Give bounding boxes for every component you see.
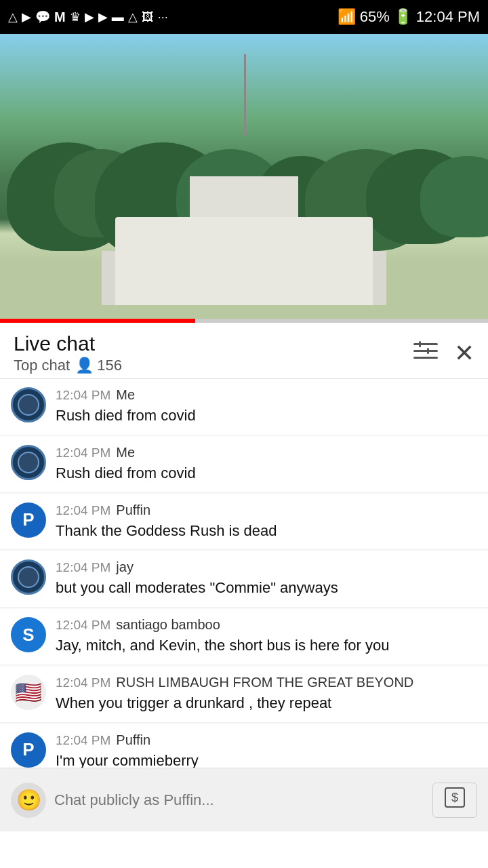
message-time: 12:04 PM — [56, 388, 110, 403]
message-content: 12:04 PM Me Rush died from covid — [56, 387, 477, 427]
message-meta: 12:04 PM RUSH LIMBAUGH FROM THE GREAT BE… — [56, 675, 477, 690]
message-content: 12:04 PM santiago bamboo Jay, mitch, and… — [56, 617, 477, 656]
emoji-button[interactable]: 🙂 — [11, 783, 46, 818]
message-author: Puffin — [116, 732, 150, 748]
svg-rect-1 — [413, 350, 438, 352]
message-content: 12:04 PM RUSH LIMBAUGH FROM THE GREAT BE… — [56, 675, 477, 714]
message-text: When you trigger a drunkard , they repea… — [56, 693, 477, 714]
svg-text:$: $ — [451, 791, 458, 804]
message-meta: 12:04 PM santiago bamboo — [56, 617, 477, 633]
list-item: 12:04 PM Me Rush died from covid — [0, 379, 488, 435]
svg-rect-0 — [413, 343, 438, 345]
message-time: 12:04 PM — [56, 618, 110, 633]
warning-icon: △ — [8, 9, 18, 24]
play2-icon: ▶ — [85, 9, 94, 24]
svg-rect-3 — [419, 341, 421, 347]
close-button[interactable]: ✕ — [454, 339, 474, 368]
livechat-container: Live chat Top chat 👤 156 — [0, 323, 488, 831]
viewer-number: 156 — [97, 357, 122, 374]
play3-icon: ▶ — [98, 9, 108, 24]
list-item: 12:04 PM Me Rush died from covid — [0, 437, 488, 493]
message-author: jay — [116, 559, 134, 575]
message-text: Rush died from covid — [56, 406, 477, 427]
folder-icon: ▬ — [112, 10, 124, 24]
status-bar: △ ▶ 💬 M ♛ ▶ ▶ ▬ △ 🖼 ··· 📶 65% 🔋 12:04 PM — [0, 0, 488, 34]
message-text: Jay, mitch, and Kevin, the short bus is … — [56, 635, 477, 656]
filter-button[interactable] — [413, 340, 438, 367]
message-author: Me — [116, 387, 135, 403]
m-icon: M — [54, 9, 66, 25]
messages-list[interactable]: 12:04 PM Me Rush died from covid 12:04 P… — [0, 379, 488, 831]
message-time: 12:04 PM — [56, 560, 110, 575]
list-item: 12:04 PM jay but you call moderates "Com… — [0, 551, 488, 608]
send-icon: $ — [444, 787, 466, 813]
wifi-icon: 📶 — [338, 8, 356, 26]
play-icon: ▶ — [22, 9, 31, 24]
message-content: 12:04 PM Me Rush died from covid — [56, 445, 477, 484]
topchat-label: Top chat — [14, 357, 70, 374]
list-item: S 12:04 PM santiago bamboo Jay, mitch, a… — [0, 609, 488, 665]
livechat-header: Live chat Top chat 👤 156 — [0, 323, 488, 379]
message-time: 12:04 PM — [56, 733, 110, 748]
image-icon: 🖼 — [142, 10, 154, 24]
message-author: santiago bamboo — [116, 617, 220, 633]
message-meta: 12:04 PM Puffin — [56, 502, 477, 518]
message-content: 12:04 PM jay but you call moderates "Com… — [56, 559, 477, 599]
livechat-title: Live chat — [14, 332, 122, 355]
list-item: 🇺🇸 12:04 PM RUSH LIMBAUGH FROM THE GREAT… — [0, 667, 488, 723]
avatar — [11, 387, 46, 422]
message-time: 12:04 PM — [56, 446, 110, 460]
chat-input-area: 🙂 $ — [0, 768, 488, 831]
message-time: 12:04 PM — [56, 503, 110, 518]
list-item: P 12:04 PM Puffin Thank the Goddess Rush… — [0, 494, 488, 551]
warning2-icon: △ — [128, 9, 138, 24]
message-meta: 12:04 PM Me — [56, 445, 477, 460]
battery-icon: 🔋 — [394, 8, 412, 26]
message-content: 12:04 PM Puffin Thank the Goddess Rush i… — [56, 502, 477, 542]
avatar: 🇺🇸 — [11, 675, 46, 710]
message-text: Thank the Goddess Rush is dead — [56, 521, 477, 542]
topchat-row: Top chat 👤 156 — [14, 357, 122, 374]
avatar — [11, 445, 46, 480]
crown-icon: ♛ — [70, 9, 81, 24]
time-display: 12:04 PM — [416, 8, 480, 26]
video-player[interactable] — [0, 34, 488, 319]
send-button[interactable]: $ — [432, 783, 477, 818]
message-meta: 12:04 PM Me — [56, 387, 477, 403]
svg-rect-4 — [427, 348, 429, 354]
header-left: Live chat Top chat 👤 156 — [14, 332, 122, 374]
avatar: P — [11, 502, 46, 538]
message-meta: 12:04 PM Puffin — [56, 732, 477, 748]
header-icons: ✕ — [413, 339, 474, 368]
dots-icon: ··· — [158, 10, 168, 24]
message-author: RUSH LIMBAUGH FROM THE GREAT BEYOND — [116, 675, 413, 690]
status-right: 📶 65% 🔋 12:04 PM — [338, 8, 480, 26]
person-icon: 👤 — [75, 357, 94, 374]
viewer-count: 👤 156 — [75, 357, 122, 374]
battery-text: 65% — [360, 8, 390, 26]
chat-input[interactable] — [54, 781, 424, 819]
svg-rect-2 — [413, 357, 438, 359]
message-time: 12:04 PM — [56, 675, 110, 690]
avatar: S — [11, 617, 46, 652]
message-meta: 12:04 PM jay — [56, 559, 477, 575]
message-text: but you call moderates "Commie" anyways — [56, 578, 477, 599]
message-author: Puffin — [116, 502, 150, 518]
message-author: Me — [116, 445, 135, 460]
chat-icon: 💬 — [35, 9, 50, 24]
status-icons-left: △ ▶ 💬 M ♛ ▶ ▶ ▬ △ 🖼 ··· — [8, 9, 168, 25]
message-content: 12:04 PM Puffin I'm your commieberry — [56, 732, 477, 772]
building-silhouette — [102, 170, 386, 305]
message-text: Rush died from covid — [56, 463, 477, 484]
avatar: P — [11, 732, 46, 768]
avatar — [11, 559, 46, 595]
flagpole — [244, 54, 246, 136]
